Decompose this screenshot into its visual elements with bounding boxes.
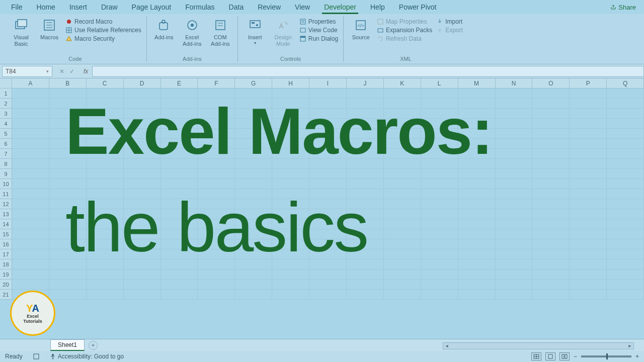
cell[interactable] xyxy=(458,259,496,269)
cell[interactable] xyxy=(12,199,49,209)
view-code-button[interactable]: View Code xyxy=(299,27,338,34)
column-header[interactable]: Q xyxy=(607,78,644,88)
row-header[interactable]: 11 xyxy=(0,189,12,199)
cell[interactable] xyxy=(235,169,272,179)
column-header[interactable]: I xyxy=(309,78,347,88)
design-mode-button[interactable]: Design Mode xyxy=(271,16,295,47)
view-page-break-button[interactable] xyxy=(559,352,570,360)
cell[interactable] xyxy=(421,290,458,300)
cell[interactable] xyxy=(384,229,421,239)
cell[interactable] xyxy=(421,199,458,209)
cell[interactable] xyxy=(458,199,496,209)
cell[interactable] xyxy=(532,189,570,199)
cell[interactable] xyxy=(607,199,644,209)
cell[interactable] xyxy=(421,280,458,290)
select-all-corner[interactable] xyxy=(0,78,12,88)
column-header[interactable]: C xyxy=(87,78,124,88)
cell[interactable] xyxy=(124,290,161,300)
cell[interactable] xyxy=(496,149,533,159)
cell[interactable] xyxy=(570,139,607,149)
cell[interactable] xyxy=(607,129,644,139)
cell[interactable] xyxy=(607,219,644,229)
horizontal-scrollbar[interactable]: ◄► xyxy=(443,342,634,349)
row-header[interactable]: 4 xyxy=(0,119,12,129)
cell[interactable] xyxy=(532,249,570,259)
cell[interactable] xyxy=(124,280,161,290)
column-header[interactable]: M xyxy=(458,78,496,88)
cell[interactable] xyxy=(458,229,496,239)
cell[interactable] xyxy=(570,219,607,229)
row-header[interactable]: 3 xyxy=(0,109,12,119)
cell[interactable] xyxy=(421,209,458,219)
cell[interactable] xyxy=(384,209,421,219)
cell[interactable] xyxy=(384,219,421,229)
cell[interactable] xyxy=(496,269,533,280)
cell[interactable] xyxy=(532,199,570,209)
cell[interactable] xyxy=(496,259,533,269)
cell[interactable] xyxy=(607,149,644,159)
cell[interactable] xyxy=(496,219,533,229)
row-header[interactable]: 20 xyxy=(0,280,12,290)
row-header[interactable]: 17 xyxy=(0,249,12,259)
cell[interactable] xyxy=(309,269,347,280)
cell[interactable] xyxy=(532,139,570,149)
cell[interactable] xyxy=(532,169,570,179)
row-header[interactable]: 15 xyxy=(0,229,12,239)
cell[interactable] xyxy=(532,119,570,129)
cell[interactable] xyxy=(607,139,644,149)
cell[interactable] xyxy=(458,179,496,189)
cell[interactable] xyxy=(570,239,607,249)
worksheet-grid[interactable]: ABCDEFGHIJKLMNOPQ 1234567891011121314151… xyxy=(0,78,644,339)
cell[interactable] xyxy=(570,99,607,109)
cell[interactable] xyxy=(161,169,198,179)
cell[interactable] xyxy=(198,280,235,290)
cell[interactable] xyxy=(12,159,49,169)
column-header[interactable]: G xyxy=(235,78,272,88)
cell[interactable] xyxy=(570,119,607,129)
cell[interactable] xyxy=(532,259,570,269)
cell[interactable] xyxy=(12,169,49,179)
cell[interactable] xyxy=(12,189,49,199)
cell[interactable] xyxy=(161,269,198,280)
column-header[interactable]: A xyxy=(12,78,49,88)
cell[interactable] xyxy=(384,169,421,179)
cell[interactable] xyxy=(87,269,124,280)
column-header[interactable]: D xyxy=(124,78,161,88)
cell[interactable] xyxy=(570,169,607,179)
cell[interactable] xyxy=(607,159,644,169)
cancel-icon[interactable]: ✕ xyxy=(59,68,64,75)
menu-item-page-layout[interactable]: Page Layout xyxy=(125,1,179,13)
row-header[interactable]: 2 xyxy=(0,99,12,109)
cell[interactable] xyxy=(458,290,496,300)
scroll-right-icon[interactable]: ► xyxy=(626,343,633,348)
cell[interactable] xyxy=(12,209,49,219)
cell[interactable] xyxy=(12,280,49,290)
cell[interactable] xyxy=(198,169,235,179)
cell[interactable] xyxy=(87,280,124,290)
cell[interactable] xyxy=(570,109,607,119)
menu-item-file[interactable]: File xyxy=(4,1,30,13)
cell[interactable] xyxy=(384,269,421,280)
cell[interactable] xyxy=(12,219,49,229)
cell[interactable] xyxy=(496,199,533,209)
menu-item-view[interactable]: View xyxy=(288,1,317,13)
cell[interactable] xyxy=(607,229,644,239)
view-page-layout-button[interactable] xyxy=(545,352,555,360)
cell[interactable] xyxy=(532,269,570,280)
cell[interactable] xyxy=(570,269,607,280)
cell[interactable] xyxy=(496,280,533,290)
cell[interactable] xyxy=(12,239,49,249)
column-header[interactable]: F xyxy=(198,78,235,88)
use-relative-button[interactable]: Use Relative References xyxy=(65,27,141,34)
cell[interactable] xyxy=(421,229,458,239)
cell[interactable] xyxy=(12,259,49,269)
row-header[interactable]: 14 xyxy=(0,219,12,229)
cell[interactable] xyxy=(198,269,235,280)
cell[interactable] xyxy=(496,179,533,189)
cell[interactable] xyxy=(458,209,496,219)
cell[interactable] xyxy=(12,99,49,109)
cell[interactable] xyxy=(496,290,533,300)
cell[interactable] xyxy=(496,239,533,249)
macro-security-button[interactable]: Macro Security xyxy=(65,35,141,42)
cell[interactable] xyxy=(496,249,533,259)
